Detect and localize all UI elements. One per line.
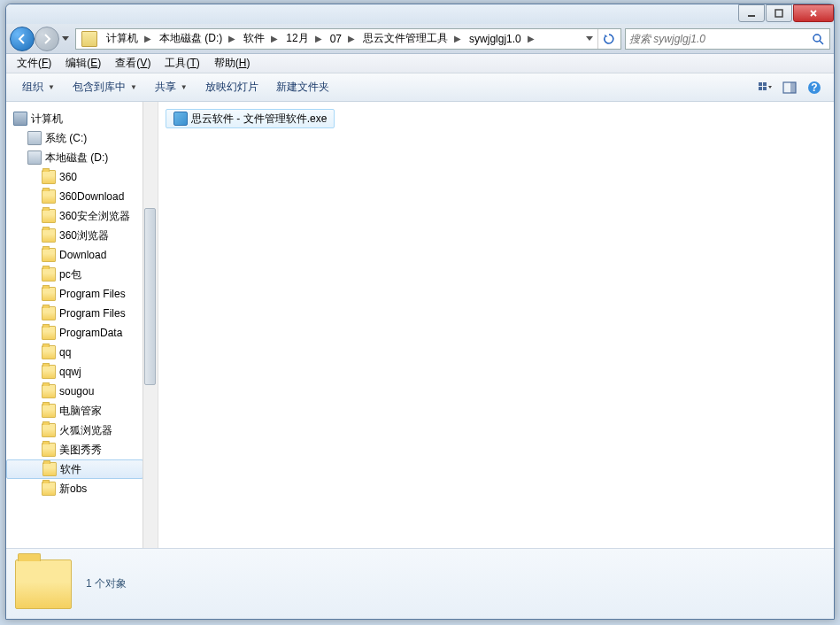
chevron-right-icon[interactable]: ▶	[142, 29, 154, 49]
search-input[interactable]	[629, 33, 810, 45]
search-box[interactable]	[625, 28, 830, 50]
new-folder-button[interactable]: 新建文件夹	[267, 76, 338, 98]
file-item[interactable]: 思云软件 - 文件管理软件.exe	[166, 109, 335, 128]
tree-item[interactable]: 新obs	[6, 479, 143, 498]
tree-item-label: 计算机	[31, 112, 63, 127]
tree-item-label: qq	[59, 346, 71, 359]
chevron-right-icon[interactable]: ▶	[312, 29, 325, 49]
tree-item[interactable]: qqwj	[6, 362, 143, 382]
menu-f[interactable]: 文件(F)	[10, 54, 58, 73]
organize-button[interactable]: 组织▼	[13, 76, 64, 98]
folder-icon	[42, 209, 56, 223]
tree-item[interactable]: Download	[6, 245, 143, 265]
back-button[interactable]	[10, 27, 35, 51]
object-count-label: 1 个对象	[86, 576, 127, 591]
tree-item-label: Program Files	[59, 307, 126, 320]
minimize-button[interactable]	[738, 4, 765, 22]
tree-item-label: 360Download	[59, 190, 124, 203]
menu-v[interactable]: 查看(V)	[108, 54, 158, 73]
tree-item-label: 360	[59, 171, 77, 183]
tree-item-label: 360浏览器	[59, 228, 109, 243]
refresh-button[interactable]	[597, 29, 619, 49]
tree-item-label: sougou	[59, 385, 94, 397]
folder-icon	[15, 559, 72, 609]
tree-item-label: 本地磁盘 (D:)	[45, 150, 108, 166]
folder-icon	[42, 384, 56, 398]
chevron-right-icon[interactable]: ▶	[451, 29, 464, 49]
nav-history-dropdown[interactable]	[59, 30, 72, 48]
tree-item[interactable]: pc包	[6, 265, 143, 284]
tree-item-label: 新obs	[59, 482, 87, 497]
address-dropdown[interactable]	[582, 29, 597, 49]
folder-icon	[42, 423, 56, 437]
folder-icon	[42, 189, 56, 204]
scrollbar[interactable]	[143, 102, 158, 548]
tree-item[interactable]: 360	[6, 167, 143, 187]
tree-item[interactable]: ProgramData	[6, 323, 143, 343]
chevron-right-icon[interactable]: ▶	[345, 29, 358, 49]
breadcrumb-segment[interactable]: sywjglgj1.0	[464, 29, 525, 49]
breadcrumb-segment[interactable]: 计算机	[101, 29, 142, 49]
tree-item[interactable]: 美图秀秀	[6, 440, 143, 459]
tree-item-label: pc包	[59, 267, 81, 282]
folder-icon	[42, 365, 56, 379]
tree-item-label: qqwj	[59, 366, 81, 378]
slideshow-button[interactable]: 放映幻灯片	[197, 76, 267, 98]
tree-item-label: 360安全浏览器	[59, 209, 130, 224]
breadcrumb-segment[interactable]: 07	[325, 29, 345, 49]
tree-item-label: 电脑管家	[59, 404, 102, 419]
folder-icon	[42, 482, 56, 496]
address-bar[interactable]: 计算机▶本地磁盘 (D:)▶软件▶12月▶07▶思云文件管理工具▶sywjglg…	[75, 28, 621, 50]
tree-item-label: 软件	[60, 462, 81, 477]
chevron-right-icon[interactable]: ▶	[226, 29, 238, 49]
include-in-library-button[interactable]: 包含到库中▼	[64, 76, 146, 98]
tree-item[interactable]: 360Download	[6, 187, 143, 206]
svg-rect-8	[790, 82, 796, 93]
tree-item[interactable]: 电脑管家	[6, 401, 143, 421]
tree-item[interactable]: 本地磁盘 (D:)	[6, 148, 143, 167]
breadcrumb-segment[interactable]: 软件	[238, 29, 268, 49]
tree-item[interactable]: 360浏览器	[6, 226, 143, 245]
toolbar: 组织▼ 包含到库中▼ 共享▼ 放映幻灯片 新建文件夹 ?	[6, 73, 834, 102]
folder-icon	[42, 306, 56, 320]
tree-item[interactable]: sougou	[6, 382, 143, 401]
maximize-button[interactable]	[766, 4, 792, 22]
folder-icon	[42, 170, 56, 184]
breadcrumb-segment[interactable]: 12月	[281, 29, 312, 49]
tree-item-label: 系统 (C:)	[45, 131, 87, 146]
tree-item[interactable]: Program Files	[6, 284, 143, 304]
chevron-right-icon[interactable]: ▶	[525, 29, 537, 49]
folder-icon	[42, 462, 57, 476]
preview-pane-button[interactable]	[779, 77, 800, 98]
tree-item[interactable]: 火狐浏览器	[6, 421, 143, 440]
menubar: 文件(F)编辑(E)查看(V)工具(T)帮助(H)	[6, 54, 834, 73]
menu-h[interactable]: 帮助(H)	[207, 54, 258, 73]
svg-rect-1	[775, 10, 782, 17]
computer-icon	[13, 112, 27, 126]
menu-e[interactable]: 编辑(E)	[58, 54, 108, 73]
folder-icon	[42, 267, 56, 282]
chevron-right-icon[interactable]: ▶	[268, 29, 281, 49]
tree-item[interactable]: qq	[6, 343, 143, 362]
share-button[interactable]: 共享▼	[146, 76, 197, 98]
view-options-button[interactable]	[754, 77, 775, 98]
tree-item[interactable]: Program Files	[6, 304, 143, 323]
file-list[interactable]: 思云软件 - 文件管理软件.exe	[158, 102, 834, 548]
folder-icon	[42, 345, 56, 359]
menu-t[interactable]: 工具(T)	[158, 54, 206, 73]
forward-button[interactable]	[35, 27, 59, 51]
close-button[interactable]	[793, 4, 834, 22]
search-icon[interactable]	[810, 31, 826, 47]
tree-item[interactable]: 360安全浏览器	[6, 206, 143, 226]
svg-rect-4	[763, 82, 767, 86]
breadcrumb-segment[interactable]: 思云文件管理工具	[358, 29, 451, 49]
tree-item[interactable]: 计算机	[6, 109, 143, 128]
tree-item-label: 火狐浏览器	[59, 423, 112, 438]
help-button[interactable]: ?	[804, 77, 825, 98]
breadcrumb-segment[interactable]: 本地磁盘 (D:)	[154, 29, 226, 49]
tree-item[interactable]: 软件	[6, 459, 143, 479]
exe-icon	[173, 112, 188, 126]
tree-item[interactable]: 系统 (C:)	[6, 128, 143, 148]
nav-row: 计算机▶本地磁盘 (D:)▶软件▶12月▶07▶思云文件管理工具▶sywjglg…	[6, 24, 834, 54]
scrollbar-thumb[interactable]	[144, 208, 156, 385]
